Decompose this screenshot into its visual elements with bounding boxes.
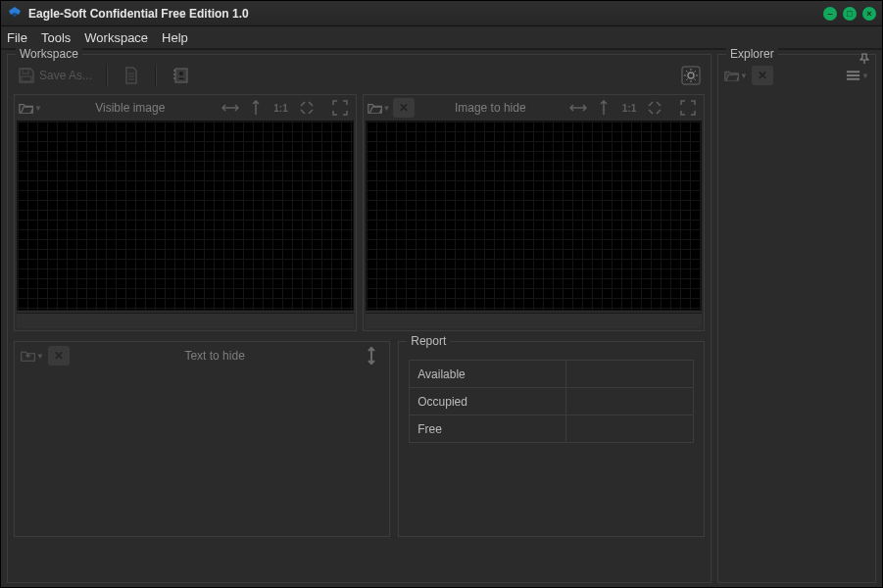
- hide-image-pane: ▼ ✕ Image to hide 1:1: [363, 94, 706, 331]
- workspace-column: Workspace Save As...: [1, 50, 715, 587]
- window-controls: – □ ×: [823, 7, 876, 21]
- visible-image-canvas[interactable]: [17, 121, 354, 311]
- report-table: Available Occupied Free: [409, 360, 694, 443]
- clear-hide-image-button[interactable]: ✕: [393, 98, 415, 118]
- text-to-hide-input[interactable]: [17, 371, 387, 534]
- pin-button[interactable]: [859, 53, 869, 65]
- close-x-icon: ✕: [399, 101, 409, 115]
- report-label: Available: [410, 361, 565, 388]
- report-panel-title: Report: [407, 334, 450, 348]
- open-file-icon: [368, 101, 382, 115]
- open-file-icon: [19, 101, 33, 115]
- document-button[interactable]: [118, 63, 145, 88]
- actual-size-button[interactable]: 1:1: [617, 97, 641, 119]
- fit-width-icon: [569, 102, 587, 114]
- document-icon: [123, 67, 139, 84]
- pin-icon: [859, 53, 869, 65]
- close-x-icon: ✕: [758, 69, 767, 82]
- report-label: Occupied: [410, 388, 565, 416]
- images-row: ▼ Visible image 1:1: [14, 94, 705, 331]
- workspace-panel-title: Workspace: [16, 47, 82, 61]
- fullscreen-icon: [680, 100, 696, 116]
- text-to-hide-pane: ▼ ✕ Text to hide: [14, 341, 390, 537]
- text-to-hide-label: Text to hide: [74, 349, 356, 363]
- hide-image-toolbar: ▼ ✕ Image to hide 1:1: [364, 95, 705, 121]
- menu-tools[interactable]: Tools: [41, 30, 71, 45]
- explorer-menu-button[interactable]: ▼: [846, 65, 869, 86]
- fullscreen-button[interactable]: [676, 97, 700, 119]
- svg-rect-2: [22, 76, 31, 81]
- maximize-button[interactable]: □: [843, 7, 857, 21]
- report-value: [565, 361, 693, 388]
- report-label: Free: [410, 416, 565, 443]
- close-x-icon: ✕: [54, 349, 64, 363]
- chevron-down-icon: ▼: [383, 104, 391, 113]
- report-value: [565, 416, 693, 443]
- separator: [155, 65, 157, 86]
- bottom-row: ▼ ✕ Text to hide Report Available: [14, 341, 705, 537]
- open-folder-button[interactable]: ▼: [724, 65, 748, 86]
- report-pane: Report Available Occupied Free: [398, 341, 705, 537]
- text-toolbar: ▼ ✕ Text to hide: [15, 342, 389, 369]
- save-as-button[interactable]: Save As...: [14, 63, 96, 88]
- svg-point-4: [179, 72, 183, 75]
- vertical-resize-icon: [366, 346, 377, 366]
- workspace-toolbar: Save As...: [14, 61, 705, 90]
- actual-size-button[interactable]: 1:1: [270, 97, 293, 119]
- window-title: Eagle-Soft Confidential Free Edition 1.0: [28, 7, 823, 21]
- gear-icon: [681, 66, 701, 85]
- visible-image-toolbar: ▼ Visible image 1:1: [15, 95, 356, 121]
- menu-workspace[interactable]: Workspace: [84, 30, 148, 45]
- fit-button[interactable]: [295, 97, 319, 119]
- open-text-button[interactable]: ▼: [21, 345, 44, 367]
- main-area: Workspace Save As...: [1, 50, 882, 587]
- report-row-free: Free: [410, 416, 694, 443]
- fit-button[interactable]: [643, 97, 666, 119]
- report-row-available: Available: [410, 361, 694, 388]
- fit-height-button[interactable]: [244, 97, 268, 119]
- close-button[interactable]: ×: [862, 7, 876, 21]
- clear-explorer-button[interactable]: ✕: [752, 66, 773, 85]
- fit-width-button[interactable]: [219, 97, 242, 119]
- workspace-panel: Workspace Save As...: [7, 54, 711, 583]
- report-row-occupied: Occupied: [410, 388, 694, 416]
- resize-vertical-button[interactable]: [360, 345, 383, 367]
- explorer-toolbar: ▼ ✕ ▼: [724, 61, 869, 90]
- fit-icon: [648, 101, 662, 115]
- explorer-panel: Explorer ▼ ✕ ▼: [717, 54, 876, 583]
- menu-help[interactable]: Help: [162, 30, 188, 45]
- hide-image-label: Image to hide: [455, 101, 526, 115]
- menu-file[interactable]: File: [7, 30, 27, 45]
- svg-point-6: [688, 73, 694, 78]
- fit-width-button[interactable]: [566, 97, 590, 119]
- open-visible-image-button[interactable]: ▼: [19, 97, 42, 119]
- fit-height-button[interactable]: [592, 97, 615, 119]
- settings-button[interactable]: [677, 63, 705, 88]
- visible-image-status: [17, 313, 354, 328]
- contacts-icon: [172, 67, 189, 84]
- clear-text-button[interactable]: ✕: [48, 346, 70, 366]
- open-hide-image-button[interactable]: ▼: [368, 97, 391, 119]
- save-as-label: Save As...: [39, 69, 92, 82]
- save-icon: [18, 67, 35, 84]
- chevron-down-icon: ▼: [740, 72, 748, 80]
- open-file-icon: [21, 348, 35, 364]
- hamburger-icon: [846, 70, 860, 81]
- fit-icon: [300, 101, 314, 115]
- minimize-button[interactable]: –: [823, 7, 837, 21]
- fullscreen-button[interactable]: [328, 97, 352, 119]
- chevron-down-icon: ▼: [861, 72, 869, 80]
- fit-height-icon: [599, 100, 609, 116]
- folder-icon: [724, 68, 739, 83]
- explorer-tree[interactable]: [724, 94, 869, 576]
- fullscreen-icon: [332, 100, 348, 116]
- svg-point-0: [13, 13, 17, 17]
- explorer-column: Explorer ▼ ✕ ▼: [715, 50, 882, 587]
- app-logo-icon: [7, 6, 23, 22]
- hide-image-canvas[interactable]: [366, 121, 703, 311]
- chevron-down-icon: ▼: [36, 352, 44, 361]
- explorer-panel-title: Explorer: [726, 47, 778, 61]
- contacts-button[interactable]: [167, 63, 194, 88]
- hide-image-status: [366, 313, 703, 328]
- separator: [106, 65, 108, 86]
